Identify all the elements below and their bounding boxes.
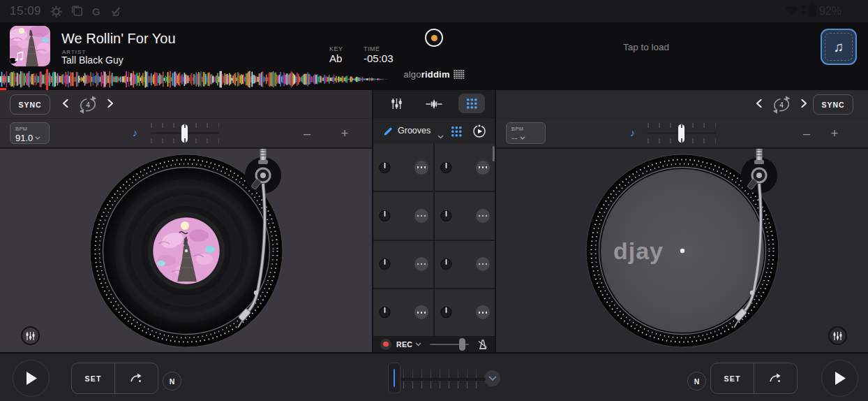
right-play-button[interactable] bbox=[821, 360, 858, 397]
rec-volume-slider[interactable] bbox=[430, 336, 469, 352]
groove-pad[interactable] bbox=[435, 192, 495, 239]
wifi-icon bbox=[785, 5, 798, 18]
grooves-grid-icon[interactable] bbox=[451, 126, 462, 140]
left-deck: SYNC 4 BPM 91.0 ♪ – + bbox=[0, 90, 372, 352]
left-sync-button[interactable]: SYNC bbox=[10, 94, 50, 115]
vinyl-label-art bbox=[153, 217, 220, 284]
pad-clock-icon bbox=[379, 307, 391, 319]
right-cue-set-button[interactable]: SET bbox=[711, 363, 754, 393]
waveform-playhead bbox=[46, 69, 48, 91]
tab-waveform[interactable] bbox=[421, 90, 447, 117]
key-label: KEY bbox=[329, 45, 343, 52]
tab-mixer[interactable] bbox=[384, 90, 409, 117]
right-loop-double-button[interactable] bbox=[800, 99, 808, 111]
pad-options-button[interactable] bbox=[414, 161, 428, 175]
pad-options-button[interactable] bbox=[476, 161, 490, 175]
clock-time: 15:09 bbox=[10, 4, 41, 18]
left-pitch-slider[interactable] bbox=[151, 119, 219, 147]
pads-scrollbar[interactable] bbox=[493, 146, 495, 161]
pad-options-button[interactable] bbox=[414, 209, 428, 223]
pad-clock-icon bbox=[440, 161, 452, 173]
grooves-bar: Grooves bbox=[373, 117, 495, 144]
left-loop-halve-button[interactable] bbox=[61, 99, 70, 111]
rec-bar: REC bbox=[373, 336, 495, 352]
battery-percent: 92% bbox=[819, 5, 841, 17]
artist-name: Tall Black Guy bbox=[61, 54, 124, 66]
groove-pad[interactable] bbox=[373, 241, 433, 288]
metronome-icon[interactable] bbox=[477, 339, 488, 350]
rec-volume-handle[interactable] bbox=[459, 338, 465, 351]
crossfader-track bbox=[391, 378, 486, 381]
left-cue-set-button[interactable]: SET bbox=[72, 363, 115, 393]
right-pitch-slider[interactable] bbox=[648, 119, 716, 147]
groove-pad[interactable] bbox=[373, 192, 433, 239]
waveform-strip[interactable] bbox=[0, 70, 391, 89]
center-panel: Grooves REC bbox=[372, 90, 496, 352]
key-match-icon[interactable]: ♪ bbox=[133, 127, 137, 138]
right-nudge-button[interactable]: N bbox=[687, 372, 706, 391]
gear-icon bbox=[50, 6, 62, 17]
left-deck-eq-button[interactable] bbox=[21, 326, 40, 345]
status-bar: 15:09 G 92% bbox=[0, 0, 868, 22]
tab-grid[interactable] bbox=[459, 90, 484, 117]
track-title: We Rollin' For You bbox=[61, 31, 176, 47]
pad-clock-icon bbox=[379, 210, 391, 221]
right-bpm-plus-button[interactable]: + bbox=[825, 124, 844, 143]
music-library-button[interactable]: ♫ bbox=[821, 29, 857, 65]
time-value: -05:03 bbox=[364, 52, 394, 64]
crossfader-handle[interactable] bbox=[388, 363, 401, 393]
tap-to-load-label[interactable]: Tap to load bbox=[623, 42, 669, 52]
djay-logo: djay bbox=[613, 238, 664, 264]
left-nudge-button[interactable]: N bbox=[163, 372, 181, 391]
key-match-icon[interactable]: ♪ bbox=[630, 127, 635, 138]
key-value: Ab bbox=[329, 52, 342, 64]
pads-grid bbox=[373, 144, 495, 336]
google-g-icon: G bbox=[92, 6, 100, 17]
groove-pad[interactable] bbox=[435, 144, 495, 191]
right-loop-button[interactable]: 4 bbox=[770, 94, 793, 115]
record-indicator[interactable] bbox=[380, 339, 391, 350]
pad-options-button[interactable] bbox=[476, 209, 490, 223]
pad-clock-icon bbox=[440, 210, 452, 221]
time-label: TIME bbox=[364, 45, 380, 52]
pad-options-button[interactable] bbox=[476, 305, 490, 319]
groove-pad[interactable] bbox=[435, 241, 495, 288]
left-play-button[interactable] bbox=[13, 360, 50, 397]
svg-text:♫: ♫ bbox=[13, 45, 25, 64]
pad-options-button[interactable] bbox=[414, 305, 428, 319]
battery-icon bbox=[809, 3, 816, 20]
svg-text:4: 4 bbox=[86, 101, 90, 108]
pad-clock-icon bbox=[379, 258, 391, 270]
grooves-dropdown[interactable]: Grooves bbox=[398, 126, 431, 136]
right-sync-button[interactable]: SYNC bbox=[813, 94, 853, 115]
right-loop-in-button[interactable] bbox=[754, 363, 797, 393]
groove-pad[interactable] bbox=[373, 144, 433, 191]
pad-options-button[interactable] bbox=[414, 257, 428, 271]
left-bpm-plus-button[interactable]: + bbox=[336, 124, 354, 143]
left-bpm-dropdown[interactable]: BPM 91.0 bbox=[10, 122, 50, 144]
right-bpm-minus-button[interactable]: – bbox=[798, 124, 816, 143]
right-bpm-dropdown[interactable]: BPM -- bbox=[506, 122, 546, 144]
left-bpm-minus-button[interactable]: – bbox=[298, 124, 316, 143]
bottom-bar: SET N N SET bbox=[0, 352, 868, 401]
right-deck: 4 SYNC BPM -- ♪ – + dj bbox=[496, 90, 868, 352]
right-deck-eq-button[interactable] bbox=[828, 326, 847, 345]
crossfader-collapse-button[interactable] bbox=[484, 370, 500, 386]
algoriddim-dots bbox=[454, 70, 465, 80]
pad-clock-icon bbox=[440, 258, 452, 270]
album-art[interactable]: ♫ bbox=[10, 26, 50, 66]
left-loop-in-button[interactable] bbox=[115, 363, 158, 393]
pad-options-button[interactable] bbox=[476, 257, 490, 271]
overlapping-windows-icon bbox=[71, 6, 83, 17]
left-loop-button[interactable]: 4 bbox=[76, 94, 100, 115]
groove-pad[interactable] bbox=[435, 289, 495, 336]
right-loop-halve-button[interactable] bbox=[755, 99, 763, 111]
right-turntable[interactable]: djay bbox=[496, 149, 868, 353]
left-loop-double-button[interactable] bbox=[106, 99, 114, 111]
groove-pad[interactable] bbox=[373, 289, 433, 336]
quantize-button[interactable] bbox=[472, 124, 486, 141]
pencil-icon[interactable] bbox=[383, 126, 393, 139]
rec-dropdown[interactable]: REC bbox=[396, 340, 412, 349]
left-turntable[interactable] bbox=[0, 149, 372, 353]
record-button[interactable] bbox=[425, 29, 443, 47]
